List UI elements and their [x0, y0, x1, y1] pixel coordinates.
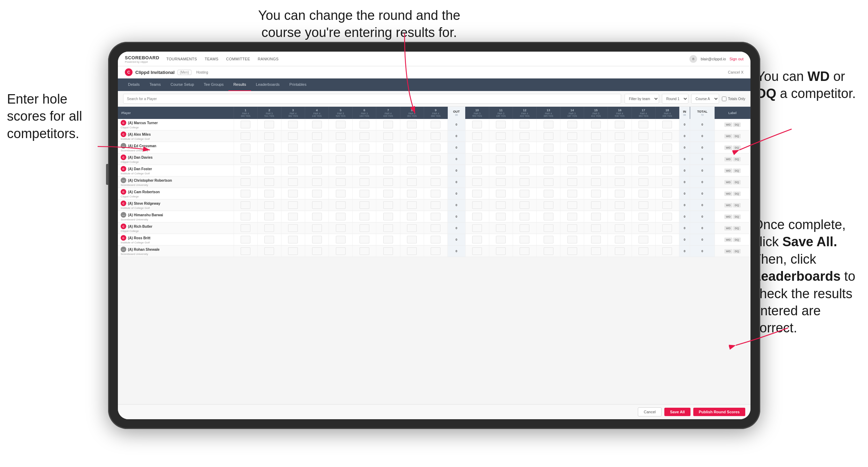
hole-15-input[interactable] — [591, 121, 601, 128]
wd-button[interactable]: WD — [724, 214, 732, 219]
hole-14-input[interactable] — [567, 247, 577, 255]
hole-14-cell[interactable] — [560, 223, 584, 234]
hole-2-input[interactable] — [264, 247, 274, 255]
hole-8-cell[interactable] — [400, 246, 424, 257]
hole-6-input[interactable] — [360, 236, 369, 243]
dq-button[interactable]: DQ — [733, 168, 741, 173]
hole-11-cell[interactable] — [489, 246, 513, 257]
hole-11-cell[interactable] — [489, 130, 513, 142]
hole-7-input[interactable] — [383, 236, 393, 243]
score-table-container[interactable]: Player 1PAR 4340 YDS 2PAR 5511 YDS 3PAR … — [118, 107, 750, 404]
hole-13-cell[interactable] — [536, 246, 560, 257]
hole-14-cell[interactable] — [560, 188, 584, 199]
hole-14-cell[interactable] — [560, 165, 584, 176]
hole-2-cell[interactable] — [257, 176, 281, 188]
hole-8-input[interactable] — [407, 155, 417, 163]
hole-6-input[interactable] — [360, 201, 369, 209]
hole-10-input[interactable] — [472, 224, 482, 232]
wd-button[interactable]: WD — [724, 168, 732, 173]
hole-12-input[interactable] — [520, 213, 529, 220]
hole-10-cell[interactable] — [465, 119, 489, 130]
hole-18-cell[interactable] — [655, 165, 679, 176]
hole-8-cell[interactable] — [400, 199, 424, 211]
hole-1-cell[interactable] — [234, 176, 257, 188]
dq-button[interactable]: DQ — [733, 134, 741, 138]
sign-out-link[interactable]: Sign out — [730, 57, 744, 61]
wd-button[interactable]: WD — [724, 180, 732, 184]
hole-2-cell[interactable] — [257, 153, 281, 165]
hole-4-cell[interactable] — [305, 130, 329, 142]
hole-10-cell[interactable] — [465, 142, 489, 153]
hole-6-cell[interactable] — [353, 211, 376, 223]
hole-2-input[interactable] — [264, 167, 274, 174]
hole-10-input[interactable] — [472, 190, 482, 197]
hole-16-cell[interactable] — [608, 234, 632, 246]
hole-4-input[interactable] — [312, 167, 322, 174]
hole-1-cell[interactable] — [234, 130, 257, 142]
hole-18-input[interactable] — [662, 224, 672, 232]
hole-18-input[interactable] — [662, 247, 672, 255]
hole-5-cell[interactable] — [329, 223, 353, 234]
wd-button[interactable]: WD — [724, 191, 732, 196]
hole-8-cell[interactable] — [400, 234, 424, 246]
hole-17-cell[interactable] — [632, 234, 655, 246]
wd-button[interactable]: WD — [724, 145, 732, 150]
hole-13-input[interactable] — [544, 224, 553, 232]
hole-14-input[interactable] — [567, 224, 577, 232]
hole-1-input[interactable] — [241, 178, 250, 186]
hole-2-cell[interactable] — [257, 234, 281, 246]
hole-5-input[interactable] — [336, 144, 346, 151]
publish-button[interactable]: Publish Round Scores — [693, 408, 745, 416]
dq-button[interactable]: DQ — [733, 122, 741, 127]
hole-3-input[interactable] — [288, 247, 298, 255]
dq-button[interactable]: DQ — [733, 191, 741, 196]
tab-results[interactable]: Results — [228, 78, 251, 91]
hole-13-cell[interactable] — [536, 211, 560, 223]
hole-17-cell[interactable] — [632, 199, 655, 211]
dq-button[interactable]: DQ — [733, 157, 741, 161]
hole-18-input[interactable] — [662, 178, 672, 186]
hole-6-input[interactable] — [360, 144, 369, 151]
hole-15-input[interactable] — [591, 236, 601, 243]
filter-team-select[interactable]: Filter by team — [625, 94, 659, 104]
hole-4-input[interactable] — [312, 190, 322, 197]
hole-6-input[interactable] — [360, 167, 369, 174]
hole-1-input[interactable] — [241, 155, 250, 163]
hole-8-input[interactable] — [407, 167, 417, 174]
hole-12-cell[interactable] — [513, 223, 536, 234]
hole-4-input[interactable] — [312, 224, 322, 232]
hole-13-input[interactable] — [544, 167, 553, 174]
tab-printables[interactable]: Printables — [285, 78, 311, 91]
hole-17-input[interactable] — [639, 190, 648, 197]
hole-5-input[interactable] — [336, 167, 346, 174]
hole-6-cell[interactable] — [353, 119, 376, 130]
hole-11-cell[interactable] — [489, 165, 513, 176]
hole-10-input[interactable] — [472, 132, 482, 140]
hole-6-input[interactable] — [360, 213, 369, 220]
hole-7-cell[interactable] — [376, 234, 400, 246]
hole-4-input[interactable] — [312, 213, 322, 220]
hole-8-cell[interactable] — [400, 130, 424, 142]
hole-15-cell[interactable] — [584, 130, 608, 142]
hole-13-input[interactable] — [544, 144, 553, 151]
hole-9-input[interactable] — [431, 190, 440, 197]
dq-button[interactable]: DQ — [733, 226, 741, 231]
hole-11-input[interactable] — [496, 144, 506, 151]
hole-7-cell[interactable] — [376, 176, 400, 188]
hole-18-input[interactable] — [662, 167, 672, 174]
hole-14-cell[interactable] — [560, 142, 584, 153]
hole-7-input[interactable] — [383, 201, 393, 209]
hole-1-cell[interactable] — [234, 142, 257, 153]
hole-7-input[interactable] — [383, 213, 393, 220]
dq-button[interactable]: DQ — [733, 249, 741, 254]
hole-4-input[interactable] — [312, 236, 322, 243]
hole-17-cell[interactable] — [632, 188, 655, 199]
hole-3-input[interactable] — [288, 155, 298, 163]
hole-13-cell[interactable] — [536, 223, 560, 234]
hole-1-input[interactable] — [241, 236, 250, 243]
hole-15-input[interactable] — [591, 132, 601, 140]
hole-18-cell[interactable] — [655, 176, 679, 188]
hole-17-cell[interactable] — [632, 165, 655, 176]
hole-12-cell[interactable] — [513, 153, 536, 165]
hole-7-input[interactable] — [383, 224, 393, 232]
